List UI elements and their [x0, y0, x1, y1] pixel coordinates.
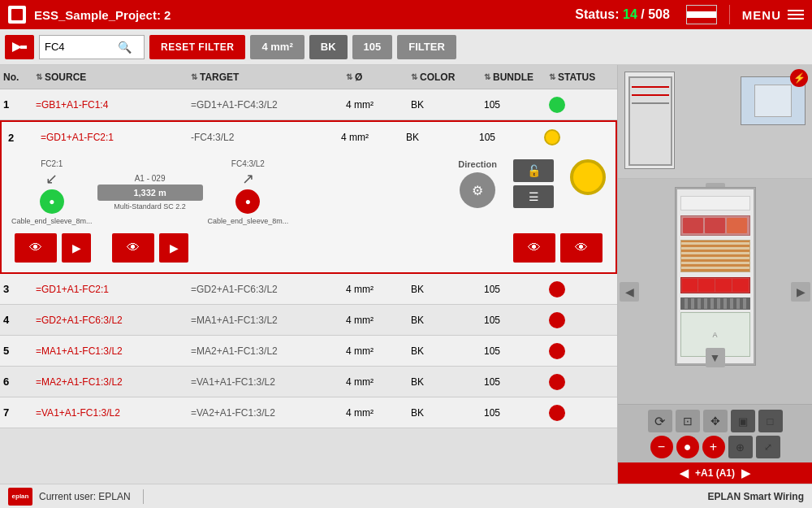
- main-layout: No. ⇅ SOURCE ⇅ TARGET ⇅ Ø ⇅ COLOR ⇅ BUND…: [0, 65, 812, 484]
- toolbar-move-btn[interactable]: ⊕: [728, 436, 753, 458]
- toolbar-minus-btn[interactable]: −: [650, 436, 673, 458]
- toolbar-expand-btn[interactable]: ⤢: [756, 436, 780, 458]
- color-filter-chip[interactable]: BK: [309, 35, 348, 59]
- eye-button-4[interactable]: 👁: [560, 233, 603, 263]
- arrow-right-icon: [12, 42, 27, 52]
- cell-bundle: 105: [484, 407, 549, 419]
- table-header: No. ⇅ SOURCE ⇅ TARGET ⇅ Ø ⇅ COLOR ⇅ BUND…: [0, 65, 617, 89]
- reset-filter-button[interactable]: RESET FILTER: [149, 35, 245, 59]
- arrow-right-icon: ↗: [242, 170, 254, 188]
- nav-arrow-right[interactable]: ▶: [791, 282, 810, 302]
- panel-action-button[interactable]: ⚡: [790, 69, 808, 87]
- nav-arrow-left[interactable]: ◀: [620, 282, 639, 302]
- cell-source: =GD2+A1-FC6:3/L2: [36, 315, 191, 326]
- toolbar-row-1: ⟳ ⊡ ✥ ▣ □: [623, 410, 807, 432]
- app-name-label: EPLAN Smart Wiring: [707, 491, 804, 502]
- table-row[interactable]: 3 =GD1+A1-FC2:1 =GD2+A1-FC6:3/L2 4 mm² B…: [0, 274, 617, 305]
- toolbar-plus-btn[interactable]: +: [702, 436, 725, 458]
- table-row[interactable]: 5 =MA1+A1-FC1:3/L2 =MA2+A1-FC1:3/L2 4 mm…: [0, 336, 617, 367]
- cell-diam: 4 mm²: [346, 345, 411, 357]
- top-bar: ESS_Sample_Project: 2 Status: 14 / 508 M…: [0, 0, 812, 29]
- bottom-bar: eplan Current user: EPLAN EPLAN Smart Wi…: [0, 484, 812, 508]
- lock-button[interactable]: 🔓: [513, 159, 554, 182]
- filter-button[interactable]: FILTER: [397, 35, 456, 59]
- expanded-top: 2 =GD1+A1-FC2:1 -FC4:3/L2 4 mm² BK 105: [5, 122, 612, 153]
- diam-filter-chip[interactable]: 4 mm²: [250, 35, 304, 59]
- col-header-diam[interactable]: ⇅ Ø: [346, 72, 411, 83]
- cell-status: [549, 312, 614, 328]
- cell-bundle: 105: [484, 376, 549, 388]
- wire-sublabel: Multi-Standard SC 2.2: [114, 202, 186, 211]
- direction-button[interactable]: ⚙: [460, 172, 495, 208]
- toolbar-btn-3[interactable]: ✥: [703, 410, 728, 432]
- table-row[interactable]: 1 =GB1+A1-FC1:4 =GD1+A1-FC4:3/L2 4 mm² B…: [0, 89, 617, 120]
- col-target-label: TARGET: [200, 72, 239, 83]
- col-header-status[interactable]: ⇅ STATUS: [549, 72, 614, 83]
- filter-bar: 🔍 RESET FILTER 4 mm² BK 105 FILTER: [0, 29, 812, 65]
- eye-icon-1: 👁: [29, 241, 42, 255]
- toolbar-dot-btn[interactable]: ●: [676, 436, 699, 458]
- play-button-2[interactable]: ▶: [159, 233, 188, 263]
- panel-nav-left[interactable]: ◀: [680, 467, 689, 480]
- col-header-source[interactable]: ⇅ SOURCE: [36, 72, 191, 83]
- arrow-left-icon: ↙: [45, 170, 58, 188]
- menu-button[interactable]: MENU: [742, 8, 804, 22]
- toolbar-btn-4[interactable]: ▣: [731, 410, 755, 432]
- toolbar-btn-5[interactable]: □: [758, 410, 783, 432]
- menu-label: MENU: [742, 8, 781, 22]
- cell-status: [549, 281, 614, 297]
- table-row[interactable]: 6 =MA2+A1-FC1:3/L2 =VA1+A1-FC1:3/L2 4 mm…: [0, 367, 617, 397]
- col-header-color[interactable]: ⇅ COLOR: [411, 72, 484, 83]
- sort-source-icon: ⇅: [36, 72, 42, 81]
- cell-no: 1: [3, 98, 36, 111]
- search-input[interactable]: [45, 41, 118, 53]
- sort-bundle-icon: ⇅: [484, 72, 490, 81]
- app-title: ESS_Sample_Project: 2: [34, 8, 575, 22]
- nav-arrow-down[interactable]: ▼: [706, 348, 725, 367]
- panel-label: +A1 (A1): [695, 467, 735, 479]
- cell-no: 7: [3, 406, 36, 419]
- cell-diam: 4 mm²: [346, 99, 411, 111]
- col-color-label: COLOR: [420, 72, 455, 83]
- cell-color: BK: [411, 345, 484, 357]
- eplan-logo: eplan: [8, 488, 32, 506]
- cell-source: =MA1+A1-FC1:3/L2: [36, 345, 191, 357]
- eplan-logo-text: eplan: [12, 493, 29, 500]
- right-label: FC4:3/L2: [231, 159, 265, 168]
- status-total: 508: [648, 7, 670, 21]
- cell-target: =MA1+A1-FC1:3/L2: [191, 315, 346, 326]
- play-button-1[interactable]: ▶: [62, 233, 91, 263]
- col-bundle-label: BUNDLE: [493, 72, 533, 83]
- bundle-filter-chip[interactable]: 105: [352, 35, 393, 59]
- status-label: Status:: [575, 7, 619, 21]
- status-dot-red: [549, 281, 565, 297]
- table-row[interactable]: 4 =GD2+A1-FC6:3/L2 =MA1+A1-FC1:3/L2 4 mm…: [0, 305, 617, 336]
- right-cable-label: Cable_end_sleeve_8m...: [208, 217, 289, 225]
- eye-button-2[interactable]: 👁: [112, 233, 154, 263]
- col-header-bundle[interactable]: ⇅ BUNDLE: [484, 72, 549, 83]
- action-buttons: 🔓 ☰: [513, 159, 554, 208]
- table-row-expanded[interactable]: 2 =GD1+A1-FC2:1 -FC4:3/L2 4 mm² BK 105: [0, 120, 617, 274]
- search-icon[interactable]: 🔍: [118, 41, 132, 54]
- play-icon-1: ▶: [72, 241, 81, 254]
- toolbar-btn-1[interactable]: ⟳: [648, 410, 672, 432]
- cell-color: BK: [411, 99, 484, 111]
- status-dot-red: [549, 374, 565, 390]
- wire-diagram: FC2:1 ↙ ● Cable_end_sleeve_8m... A1 - 02…: [11, 159, 442, 225]
- cell-bundle: 105: [479, 132, 544, 143]
- eye-button-3[interactable]: 👁: [513, 233, 555, 263]
- app-logo: [8, 6, 26, 24]
- eye-button-1[interactable]: 👁: [15, 233, 57, 263]
- cell-target: =VA1+A1-FC1:3/L2: [191, 376, 346, 388]
- cell-bundle: 105: [484, 284, 549, 295]
- cabinet-thumbnail: [624, 72, 675, 169]
- toolbar-btn-2[interactable]: ⊡: [676, 410, 700, 432]
- table-row[interactable]: 7 =VA1+A1-FC1:3/L2 =VA2+A1-FC1:3/L2 4 mm…: [0, 397, 617, 428]
- list-button[interactable]: ☰: [513, 185, 554, 208]
- col-header-target[interactable]: ⇅ TARGET: [191, 72, 346, 83]
- panel-nav-right[interactable]: ▶: [741, 467, 750, 480]
- status-dot-green: [549, 97, 565, 113]
- wire-bar: 1,332 m: [97, 185, 203, 201]
- status-display: Status: 14 / 508: [575, 7, 670, 22]
- navigate-button[interactable]: [5, 35, 34, 59]
